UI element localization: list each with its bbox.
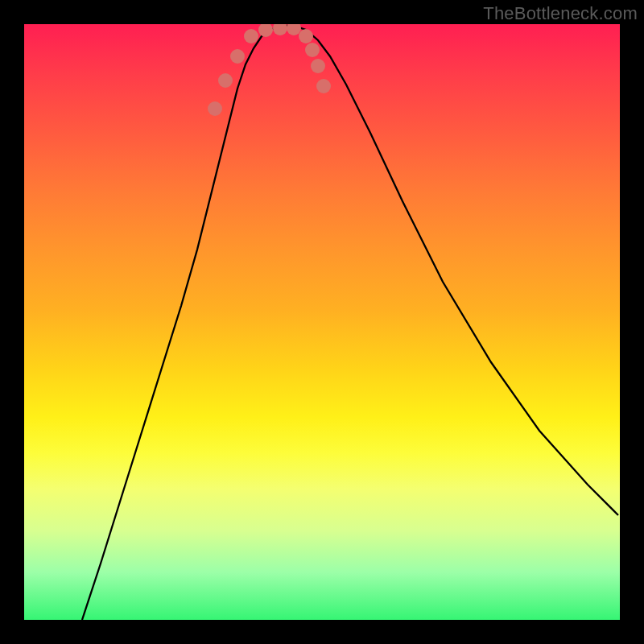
chart-stage: TheBottleneck.com — [0, 0, 644, 644]
curve-marker — [273, 24, 287, 35]
marker-group — [208, 24, 331, 116]
curve-marker — [299, 29, 313, 43]
curve-marker — [208, 101, 222, 116]
watermark-label: TheBottleneck.com — [483, 3, 638, 24]
bottleneck-curve — [82, 26, 618, 620]
curve-marker — [311, 59, 325, 73]
curve-marker — [316, 79, 331, 93]
curve-marker — [287, 24, 301, 35]
curve-marker — [218, 73, 233, 88]
curve-marker — [258, 24, 273, 37]
curve-marker — [244, 29, 258, 43]
curve-marker — [305, 43, 320, 57]
chart-plot-area — [24, 24, 620, 620]
curve-marker — [230, 49, 245, 64]
chart-svg — [24, 24, 620, 620]
